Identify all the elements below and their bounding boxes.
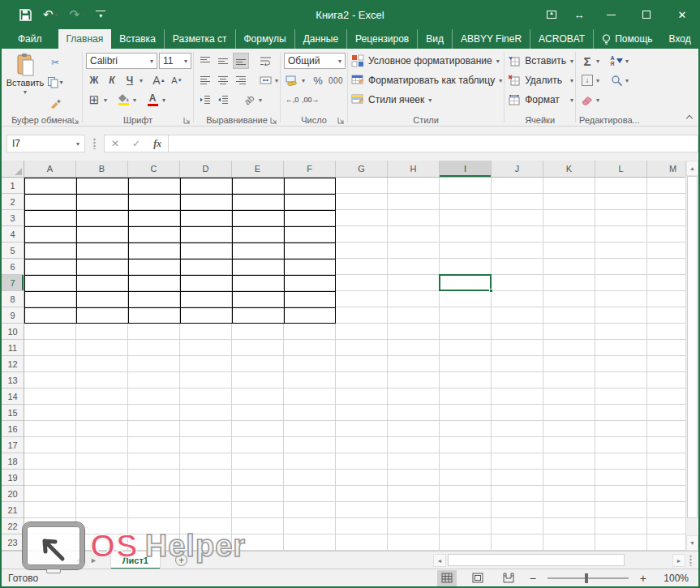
vertical-scrollbar[interactable]: ▲ ▼ [685,161,698,551]
row-header-18[interactable]: 18 [2,453,24,470]
fill-button[interactable]: ↓ [579,72,595,88]
column-header-F[interactable]: F [284,161,336,177]
align-center-button[interactable] [215,72,231,88]
column-header-H[interactable]: H [388,161,440,177]
tab-insert[interactable]: Вставка [111,29,165,49]
resize-button[interactable]: ↔ [565,0,593,29]
copy-button[interactable]: ▾ [47,75,63,91]
zoom-in-button[interactable]: + [640,572,646,585]
zoom-out-button[interactable]: − [530,572,536,585]
sort-filter-button[interactable]: АЯ [608,53,625,69]
ribbon-display-options-button[interactable]: ▲ [538,0,565,29]
borders-button[interactable]: ⊞ [86,92,102,108]
column-header-J[interactable]: J [492,161,543,177]
decrease-decimal-button[interactable]: ,00→ [302,92,320,108]
row-header-15[interactable]: 15 [2,405,24,421]
column-header-K[interactable]: K [543,161,595,177]
row-header-9[interactable]: 9 [2,307,24,324]
font-family-select[interactable]: Calibri▾ [86,53,157,69]
fill-handle[interactable] [489,289,493,293]
italic-button[interactable]: К [104,72,120,88]
align-right-button[interactable] [233,72,249,88]
scroll-right-button[interactable]: ► [672,554,685,567]
normal-view-button[interactable] [437,570,457,586]
percent-style-button[interactable]: % [310,72,326,88]
increase-font-size-button[interactable]: А▲ [151,72,167,88]
font-size-select[interactable]: 11▾ [159,53,191,69]
select-all-corner[interactable] [2,161,24,178]
tab-file[interactable]: Файл [5,29,55,49]
customize-qat-button[interactable]: ▾ [96,11,105,19]
decrease-indent-button[interactable] [197,92,213,108]
font-dialog-launcher[interactable] [183,117,191,124]
column-header-C[interactable]: C [128,161,180,177]
row-header-13[interactable]: 13 [2,372,24,388]
column-header-I[interactable]: I [440,161,492,177]
row-header-4[interactable]: 4 [2,226,24,242]
zoom-slider[interactable] [548,577,629,579]
column-header-M[interactable]: M [647,161,685,177]
scroll-down-button[interactable]: ▼ [686,535,698,551]
format-as-table-button[interactable]: Форматировать как таблицу ▾ [351,71,502,90]
tab-bar-splitter[interactable] [689,555,692,566]
column-header-G[interactable]: G [336,161,388,177]
row-header-22[interactable]: 22 [2,518,24,534]
align-bottom-button[interactable] [233,53,249,69]
column-header-B[interactable]: B [76,161,128,177]
row-header-20[interactable]: 20 [2,486,24,502]
close-button[interactable]: ✕ [664,0,700,29]
cancel-entry-button[interactable]: ✕ [111,138,119,149]
sheet-tab-active[interactable]: Лист1 [110,552,161,569]
merge-center-button[interactable] [257,72,273,88]
row-header-16[interactable]: 16 [2,421,24,437]
clear-button[interactable] [579,92,595,108]
row-header-12[interactable]: 12 [2,356,24,372]
undo-button[interactable]: ↶▾ [43,7,58,22]
cell-styles-button[interactable]: Стили ячеек ▾ [351,90,502,109]
tab-home[interactable]: Главная [58,29,112,49]
column-header-D[interactable]: D [180,161,232,177]
prev-sheet-button[interactable]: ◄ [75,556,82,564]
alignment-dialog-launcher[interactable] [270,117,277,124]
horizontal-scroll-thumb[interactable] [448,554,625,566]
zoom-slider-thumb[interactable] [585,573,588,583]
row-header-23[interactable]: 23 [2,534,24,551]
row-header-8[interactable]: 8 [2,291,24,307]
page-layout-view-button[interactable] [468,570,487,586]
maximize-button[interactable] [629,0,664,29]
collapse-ribbon-button[interactable] [686,115,693,122]
insert-function-button[interactable]: fx [153,138,161,150]
row-header-21[interactable]: 21 [2,502,24,518]
sign-in-button[interactable]: Вход [661,29,699,49]
orientation-button[interactable]: ab [238,88,260,111]
cell-grid[interactable] [24,178,685,551]
vertical-scroll-track[interactable] [686,518,698,535]
confirm-entry-button[interactable]: ✓ [132,138,140,149]
row-header-7[interactable]: 7 [2,275,24,291]
row-header-5[interactable]: 5 [2,242,24,259]
column-header-A[interactable]: A [24,161,76,177]
row-header-14[interactable]: 14 [2,388,24,405]
row-header-11[interactable]: 11 [2,340,24,356]
minimize-button[interactable] [593,0,629,29]
vertical-scroll-thumb[interactable] [687,176,698,518]
font-color-button[interactable]: А [144,92,161,108]
scroll-up-button[interactable]: ▲ [686,161,698,176]
row-header-3[interactable]: 3 [2,210,24,226]
next-sheet-button[interactable]: ► [90,556,97,564]
add-sheet-button[interactable]: + [175,554,187,566]
page-break-view-button[interactable] [499,570,518,586]
tab-formulas[interactable]: Формулы [236,29,295,49]
format-painter-button[interactable] [47,94,63,110]
tab-abbyy[interactable]: ABBYY FineR [453,29,530,49]
row-header-1[interactable]: 1 [2,178,24,194]
horizontal-scrollbar[interactable]: ◄ ► [433,554,685,567]
number-dialog-launcher[interactable] [337,117,345,124]
row-header-19[interactable]: 19 [2,470,24,486]
find-select-button[interactable] [608,72,625,88]
save-button[interactable] [19,9,32,21]
tab-view[interactable]: Вид [418,29,453,49]
increase-indent-button[interactable] [215,92,231,108]
tab-review[interactable]: Рецензиров [347,29,418,49]
align-left-button[interactable] [197,72,213,88]
